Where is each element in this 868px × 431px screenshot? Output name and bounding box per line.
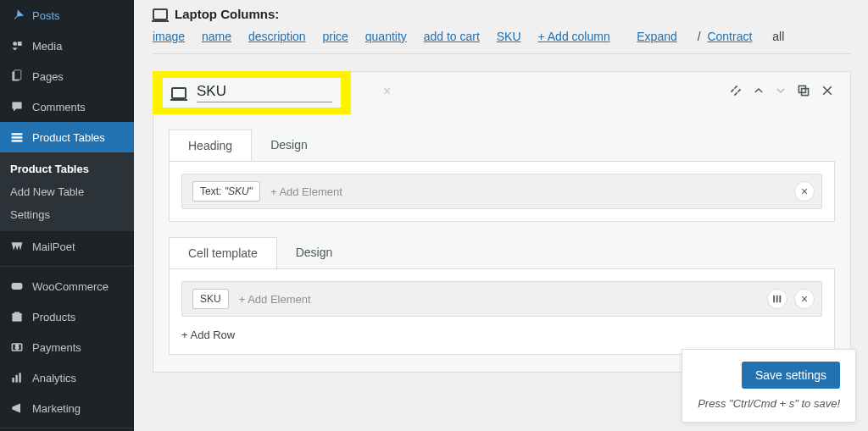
products-icon [8, 308, 25, 325]
column-links: image name description price quantity ad… [153, 30, 851, 43]
save-settings-button[interactable]: Save settings [742, 362, 840, 389]
move-down-icon[interactable] [775, 85, 787, 97]
sidebar-separator [0, 428, 134, 428]
comment-icon [8, 98, 25, 115]
cell-content: SKU + Add Element × + Add Row [169, 268, 835, 355]
sku-element-chip[interactable]: SKU [192, 289, 229, 309]
col-link-sku[interactable]: SKU [497, 30, 521, 43]
woocommerce-icon [8, 278, 25, 295]
laptop-icon [171, 87, 186, 99]
payments-icon: $ [8, 339, 25, 356]
sidebar-label: MailPoet [32, 240, 75, 253]
svg-rect-23 [779, 296, 781, 302]
cell-tabs: Cell template Design [169, 237, 835, 268]
add-row-link[interactable]: + Add Row [181, 329, 235, 341]
clear-icon[interactable]: × [383, 84, 391, 99]
admin-sidebar: Posts Media Pages Comments Product Table… [0, 0, 134, 431]
sidebar-item-pages[interactable]: Pages [0, 61, 134, 91]
duplicate-icon[interactable] [797, 84, 810, 97]
cell-section: Cell template Design SKU + Add Element ×… [169, 237, 835, 355]
element-row: SKU + Add Element × [181, 281, 822, 317]
col-link-add-to-cart[interactable]: add to cart [424, 30, 480, 43]
row-close-icon[interactable]: × [794, 289, 815, 309]
col-link-quantity[interactable]: quantity [365, 30, 407, 43]
sidebar-label: Posts [32, 9, 60, 22]
heading-tabs: Heading Design [169, 130, 835, 161]
column-title-input[interactable] [197, 83, 376, 100]
move-up-icon[interactable] [753, 85, 765, 97]
analytics-icon [8, 369, 25, 386]
svg-rect-5 [12, 136, 23, 138]
tab-heading[interactable]: Heading [169, 130, 252, 161]
svg-rect-4 [12, 133, 23, 135]
marketing-icon [8, 400, 25, 417]
column-title-input-wrap: × [197, 83, 332, 102]
col-link-image[interactable]: image [153, 30, 185, 43]
laptop-icon [153, 8, 168, 20]
sidebar-item-marketing[interactable]: Marketing [0, 393, 134, 423]
tab-design[interactable]: Design [252, 130, 326, 161]
media-icon [8, 37, 25, 54]
col-link-name[interactable]: name [202, 30, 231, 43]
sidebar-item-analytics[interactable]: Analytics [0, 362, 134, 393]
svg-rect-19 [798, 86, 805, 92]
svg-rect-13 [19, 373, 20, 382]
sidebar-item-woocommerce[interactable]: WooCommerce [0, 271, 134, 301]
sidebar-item-mailpoet[interactable]: MailPoet [0, 231, 134, 262]
svg-rect-1 [18, 41, 22, 46]
column-panel: × Heading Design [153, 71, 851, 373]
sidebar-label: Media [32, 40, 62, 52]
col-link-price[interactable]: price [323, 30, 348, 43]
svg-rect-22 [776, 296, 778, 302]
panel-toolbar [729, 84, 834, 97]
add-element-link[interactable]: + Add Element [239, 293, 311, 306]
row-close-icon[interactable]: × [794, 181, 815, 202]
sidebar-item-product-tables[interactable]: Product Tables [0, 122, 134, 152]
table-icon [8, 129, 25, 146]
sidebar-label: Product Tables [32, 131, 105, 144]
row-settings-icon[interactable] [767, 289, 787, 309]
heading-content: Text: "SKU" + Add Element × [169, 161, 835, 222]
columns-title-text: Laptop Columns: [175, 7, 279, 21]
pages-icon [8, 68, 25, 85]
sidebar-item-posts[interactable]: Posts [0, 0, 134, 30]
svg-text:$: $ [15, 344, 19, 350]
submenu: Product Tables Add New Table Settings [0, 152, 134, 231]
col-link-description[interactable]: description [248, 30, 306, 43]
submenu-product-tables[interactable]: Product Tables [0, 157, 134, 180]
text-element-chip[interactable]: Text: "SKU" [192, 181, 260, 202]
highlight-box: × [153, 71, 351, 114]
collapse-icon[interactable] [729, 84, 743, 97]
main-content: Laptop Columns: image name description p… [136, 0, 868, 373]
sidebar-label: Analytics [32, 372, 76, 384]
svg-rect-12 [15, 375, 17, 383]
svg-point-0 [13, 41, 17, 46]
sidebar-label: WooCommerce [32, 280, 108, 293]
svg-rect-21 [773, 296, 775, 302]
tab-cell-template[interactable]: Cell template [169, 237, 277, 268]
sidebar-label: Payments [32, 341, 81, 354]
sidebar-item-comments[interactable]: Comments [0, 91, 134, 122]
svg-rect-8 [12, 313, 21, 322]
add-element-link[interactable]: + Add Element [270, 185, 342, 198]
pin-icon [8, 7, 25, 24]
sidebar-item-products[interactable]: Products [0, 301, 134, 332]
add-column-link[interactable]: + Add column [537, 30, 609, 43]
svg-rect-6 [12, 140, 23, 141]
save-hint: Press "Ctrl/Cmd + s" to save! [698, 397, 840, 410]
contract-link[interactable]: Contract [707, 30, 752, 43]
svg-rect-7 [12, 283, 23, 290]
sidebar-item-media[interactable]: Media [0, 30, 134, 61]
expand-link[interactable]: Expand [637, 30, 676, 43]
sidebar-label: Marketing [32, 402, 81, 415]
separator: / [698, 30, 701, 43]
all-text: all [772, 30, 784, 43]
element-row: Text: "SKU" + Add Element × [181, 174, 822, 209]
close-icon[interactable] [821, 84, 834, 97]
svg-rect-11 [12, 378, 14, 383]
tab-cell-design[interactable]: Design [277, 237, 352, 268]
submenu-settings[interactable]: Settings [0, 203, 134, 226]
submenu-add-new[interactable]: Add New Table [0, 180, 134, 203]
save-panel: Save settings Press "Ctrl/Cmd + s" to sa… [682, 349, 856, 423]
sidebar-item-payments[interactable]: $ Payments [0, 332, 134, 362]
